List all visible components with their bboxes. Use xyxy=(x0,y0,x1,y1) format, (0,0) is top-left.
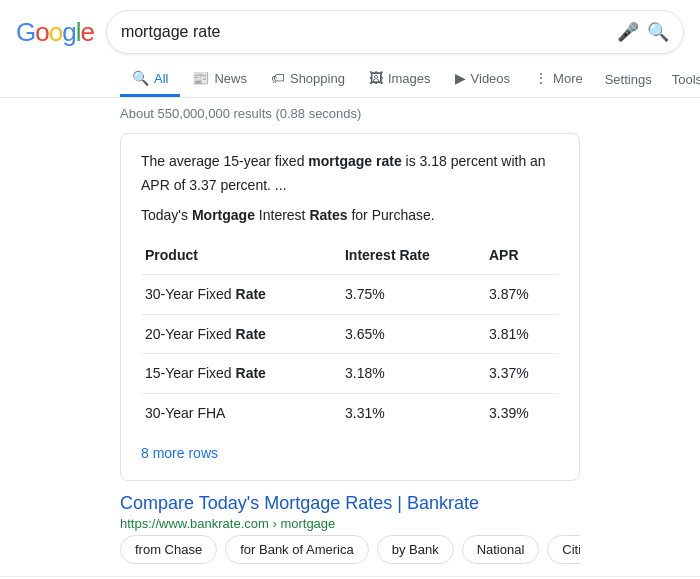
product-30yr-fha: 30-Year FHA xyxy=(141,393,341,432)
product-20yr-fixed: 20-Year Fixed Rate xyxy=(141,314,341,353)
shopping-icon: 🏷 xyxy=(271,70,285,86)
tab-shopping-label: Shopping xyxy=(290,71,345,86)
news-icon: 📰 xyxy=(192,70,209,86)
table-row: 30-Year Fixed Rate 3.75% 3.87% xyxy=(141,275,559,314)
tools-tab[interactable]: Tools xyxy=(662,64,700,95)
search-bar: 🎤 🔍 xyxy=(106,10,684,54)
search-input[interactable] xyxy=(121,23,609,41)
featured-snippet-card: The average 15-year fixed mortgage rate … xyxy=(120,133,580,481)
product-30yr-fixed: 30-Year Fixed Rate xyxy=(141,275,341,314)
apr-20yr-fixed: 3.81% xyxy=(485,314,559,353)
settings-tab[interactable]: Settings xyxy=(595,64,662,95)
interest-30yr-fixed: 3.75% xyxy=(341,275,485,314)
tab-more[interactable]: ⋮ More xyxy=(522,62,595,97)
tab-more-label: More xyxy=(553,71,583,86)
apr-15yr-fixed: 3.37% xyxy=(485,354,559,393)
table-header-interest-rate: Interest Rate xyxy=(341,236,485,275)
tab-videos[interactable]: ▶ Videos xyxy=(443,62,523,97)
logo-letter-o1: o xyxy=(35,17,48,48)
apr-30yr-fha: 3.39% xyxy=(485,393,559,432)
table-header-apr: APR xyxy=(485,236,559,275)
snippet-description: The average 15-year fixed mortgage rate … xyxy=(141,150,559,198)
chip-by-bank[interactable]: by Bank xyxy=(377,535,454,564)
tab-shopping[interactable]: 🏷 Shopping xyxy=(259,62,357,97)
tab-images[interactable]: 🖼 Images xyxy=(357,62,443,97)
table-row: 20-Year Fixed Rate 3.65% 3.81% xyxy=(141,314,559,353)
chips-row: from Chase for Bank of America by Bank N… xyxy=(120,535,580,564)
search-icon[interactable]: 🔍 xyxy=(647,21,669,43)
table-row: 15-Year Fixed Rate 3.18% 3.37% xyxy=(141,354,559,393)
interest-20yr-fixed: 3.65% xyxy=(341,314,485,353)
google-logo: Google xyxy=(16,17,94,48)
more-rows-link[interactable]: 8 more rows xyxy=(141,442,218,464)
results-stats: About 550,000,000 results (0.88 seconds) xyxy=(0,98,700,129)
table-header-product: Product xyxy=(141,236,341,275)
interest-30yr-fha: 3.31% xyxy=(341,393,485,432)
mortgage-rates-table: Product Interest Rate APR 30-Year Fixed … xyxy=(141,236,559,432)
apr-30yr-fixed: 3.87% xyxy=(485,275,559,314)
snippet-title: Today's Mortgage Interest Rates for Purc… xyxy=(141,204,559,226)
microphone-icon[interactable]: 🎤 xyxy=(617,21,639,43)
logo-letter-g2: g xyxy=(62,17,75,48)
nav-tabs: 🔍 All 📰 News 🏷 Shopping 🖼 Images ▶ Video… xyxy=(0,58,700,98)
more-icon: ⋮ xyxy=(534,70,548,86)
tab-news[interactable]: 📰 News xyxy=(180,62,259,97)
interest-15yr-fixed: 3.18% xyxy=(341,354,485,393)
tab-all-label: All xyxy=(154,71,168,86)
result-url: https://www.bankrate.com › mortgage xyxy=(120,516,580,531)
logo-letter-e: e xyxy=(80,17,93,48)
chip-bank-of-america[interactable]: for Bank of America xyxy=(225,535,368,564)
videos-icon: ▶ xyxy=(455,70,466,86)
images-icon: 🖼 xyxy=(369,70,383,86)
search-result-bankrate: Compare Today's Mortgage Rates | Bankrat… xyxy=(120,493,580,564)
chip-from-chase[interactable]: from Chase xyxy=(120,535,217,564)
chip-citibank[interactable]: Citibank xyxy=(547,535,580,564)
table-row: 30-Year FHA 3.31% 3.39% xyxy=(141,393,559,432)
tab-news-label: News xyxy=(214,71,247,86)
tab-images-label: Images xyxy=(388,71,431,86)
logo-letter-o2: o xyxy=(49,17,62,48)
logo-letter-g: G xyxy=(16,17,35,48)
tab-videos-label: Videos xyxy=(471,71,511,86)
all-icon: 🔍 xyxy=(132,70,149,86)
result-title[interactable]: Compare Today's Mortgage Rates | Bankrat… xyxy=(120,493,580,514)
header: Google 🎤 🔍 xyxy=(0,0,700,58)
product-15yr-fixed: 15-Year Fixed Rate xyxy=(141,354,341,393)
chip-national[interactable]: National xyxy=(462,535,540,564)
tab-all[interactable]: 🔍 All xyxy=(120,62,180,97)
